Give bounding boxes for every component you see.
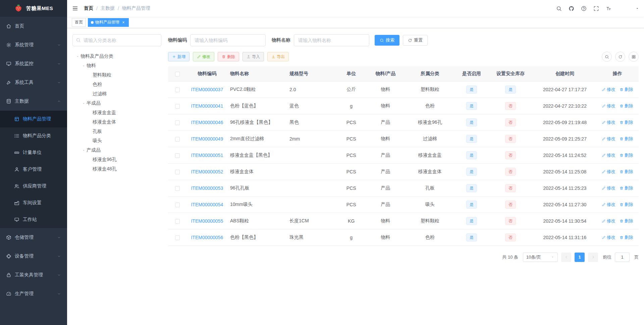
user-menu[interactable] bbox=[620, 2, 639, 15]
delete-button[interactable]: 删除 bbox=[218, 52, 239, 61]
sidebar-item-measure-unit[interactable]: 计量单位 bbox=[0, 144, 67, 161]
caret-down-icon[interactable] bbox=[80, 102, 87, 105]
edit-row-button[interactable]: 修改 bbox=[602, 136, 615, 142]
delete-row-button[interactable]: 删除 bbox=[620, 169, 633, 175]
fullscreen-icon[interactable] bbox=[593, 6, 599, 11]
item-code-link[interactable]: ITEM00000056 bbox=[191, 235, 223, 240]
tree-node[interactable]: 移液盒48孔 bbox=[72, 164, 161, 174]
filter-code-input[interactable] bbox=[190, 34, 266, 46]
item-code-link[interactable]: ITEM00000052 bbox=[191, 169, 223, 174]
tree-node[interactable]: 色粉 bbox=[72, 80, 161, 89]
caret-down-icon[interactable] bbox=[80, 64, 87, 68]
next-page-button[interactable] bbox=[588, 253, 598, 262]
tree-node[interactable]: 移液盒96孔 bbox=[72, 155, 161, 164]
export-button[interactable]: 导出 bbox=[267, 52, 289, 61]
edit-row-button[interactable]: 修改 bbox=[602, 202, 615, 208]
row-checkbox[interactable] bbox=[175, 203, 180, 207]
tree-node[interactable]: 过滤棉 bbox=[72, 89, 161, 99]
row-checkbox[interactable] bbox=[175, 120, 180, 125]
edit-button[interactable]: 修改 bbox=[193, 52, 214, 61]
caret-down-icon[interactable] bbox=[80, 149, 87, 152]
delete-row-button[interactable]: 删除 bbox=[620, 152, 633, 158]
edit-row-button[interactable]: 修改 bbox=[602, 103, 615, 109]
sidebar-item-supplier-management[interactable]: 供应商管理 bbox=[0, 178, 67, 195]
hamburger-icon[interactable] bbox=[67, 0, 83, 17]
row-checkbox[interactable] bbox=[175, 137, 180, 142]
add-button[interactable]: 新增 bbox=[168, 52, 190, 61]
row-checkbox[interactable] bbox=[175, 235, 180, 240]
sidebar-item-material-product-management[interactable]: 物料产品管理 bbox=[0, 111, 67, 127]
row-checkbox[interactable] bbox=[175, 186, 180, 191]
search-icon[interactable] bbox=[556, 6, 562, 11]
sidebar-item-master-data[interactable]: 主数据 bbox=[0, 92, 67, 111]
tree-node[interactable]: 塑料颗粒 bbox=[72, 70, 161, 80]
tab-home[interactable]: 首页 bbox=[72, 18, 86, 27]
tree-node[interactable]: 物料 bbox=[72, 61, 161, 70]
page-number-button[interactable]: 1 bbox=[575, 253, 585, 262]
row-checkbox[interactable] bbox=[175, 219, 180, 224]
tree-node[interactable]: 移液盒盒盖 bbox=[72, 108, 161, 117]
filter-name-input[interactable] bbox=[294, 34, 369, 46]
sidebar-item-system-monitor[interactable]: 系统监控 bbox=[0, 54, 67, 73]
columns-button[interactable] bbox=[629, 52, 639, 62]
row-checkbox[interactable] bbox=[175, 153, 180, 158]
edit-row-button[interactable]: 修改 bbox=[602, 152, 615, 158]
delete-row-button[interactable]: 删除 bbox=[620, 87, 633, 93]
sidebar-item-warehouse-management[interactable]: 仓储管理 bbox=[0, 228, 67, 247]
row-checkbox[interactable] bbox=[175, 88, 180, 92]
category-search-input[interactable] bbox=[72, 34, 161, 46]
delete-row-button[interactable]: 删除 bbox=[620, 202, 633, 208]
delete-row-button[interactable]: 删除 bbox=[620, 234, 633, 240]
page-size-select[interactable]: 10条/页 bbox=[523, 253, 558, 262]
sidebar-item-home[interactable]: 首页 bbox=[0, 17, 67, 36]
github-icon[interactable] bbox=[569, 6, 574, 11]
app-logo[interactable]: 苦糖果MES bbox=[0, 0, 67, 17]
item-code-link[interactable]: ITEM00000051 bbox=[191, 153, 223, 158]
tree-node[interactable]: 半成品 bbox=[72, 99, 161, 108]
sidebar-item-tooling-management[interactable]: 工装夹具管理 bbox=[0, 266, 67, 284]
item-code-link[interactable]: ITEM00000049 bbox=[191, 136, 223, 142]
delete-row-button[interactable]: 删除 bbox=[620, 185, 633, 191]
sidebar-item-workshop-settings[interactable]: 车间设置 bbox=[0, 195, 67, 211]
delete-row-button[interactable]: 删除 bbox=[620, 136, 633, 142]
sidebar-item-production-management[interactable]: 生产管理 bbox=[0, 284, 67, 303]
tree-node[interactable]: 物料及产品分类 bbox=[72, 52, 161, 61]
edit-row-button[interactable]: 修改 bbox=[602, 185, 615, 191]
goto-page-input[interactable] bbox=[615, 253, 630, 262]
tree-node[interactable]: 移液盒盒体 bbox=[72, 117, 161, 127]
refresh-button[interactable] bbox=[615, 52, 625, 62]
toggle-search-button[interactable] bbox=[602, 52, 612, 62]
delete-row-button[interactable]: 删除 bbox=[620, 218, 633, 224]
item-code-link[interactable]: ITEM00000055 bbox=[191, 218, 223, 224]
edit-row-button[interactable]: 修改 bbox=[602, 234, 615, 240]
import-button[interactable]: 导入 bbox=[243, 52, 264, 61]
tab-material-product-management[interactable]: 物料产品管理× bbox=[88, 18, 129, 27]
tree-node[interactable]: 产成品 bbox=[72, 146, 161, 155]
question-icon[interactable] bbox=[581, 6, 587, 11]
edit-row-button[interactable]: 修改 bbox=[602, 218, 615, 224]
close-icon[interactable]: × bbox=[121, 20, 126, 25]
tree-node[interactable]: 吸头 bbox=[72, 136, 161, 146]
delete-row-button[interactable]: 删除 bbox=[620, 103, 633, 109]
sidebar-item-equipment-management[interactable]: 设备管理 bbox=[0, 247, 67, 266]
sidebar-item-customer-management[interactable]: 客户管理 bbox=[0, 161, 67, 178]
edit-row-button[interactable]: 修改 bbox=[602, 87, 615, 93]
sidebar-item-system-management[interactable]: 系统管理 bbox=[0, 36, 67, 54]
sidebar-item-system-tools[interactable]: 系统工具 bbox=[0, 73, 67, 92]
caret-down-icon[interactable] bbox=[74, 55, 80, 58]
sidebar-item-workstation[interactable]: 工作站 bbox=[0, 211, 67, 228]
item-code-link[interactable]: ITEM00000041 bbox=[191, 103, 223, 109]
item-code-link[interactable]: ITEM00000037 bbox=[191, 87, 223, 92]
delete-row-button[interactable]: 删除 bbox=[620, 119, 633, 125]
search-button[interactable]: 搜索 bbox=[375, 35, 399, 46]
edit-row-button[interactable]: 修改 bbox=[602, 119, 615, 125]
breadcrumb-item-home[interactable]: 首页 bbox=[84, 5, 93, 11]
item-code-link[interactable]: ITEM00000046 bbox=[191, 120, 223, 125]
item-code-link[interactable]: ITEM00000054 bbox=[191, 202, 223, 207]
select-all-checkbox[interactable] bbox=[175, 72, 180, 76]
sidebar-item-material-product-category[interactable]: 物料产品分类 bbox=[0, 127, 67, 144]
edit-row-button[interactable]: 修改 bbox=[602, 169, 615, 175]
font-size-icon[interactable] bbox=[606, 6, 611, 11]
item-code-link[interactable]: ITEM00000053 bbox=[191, 185, 223, 191]
tree-node[interactable]: 孔板 bbox=[72, 127, 161, 136]
